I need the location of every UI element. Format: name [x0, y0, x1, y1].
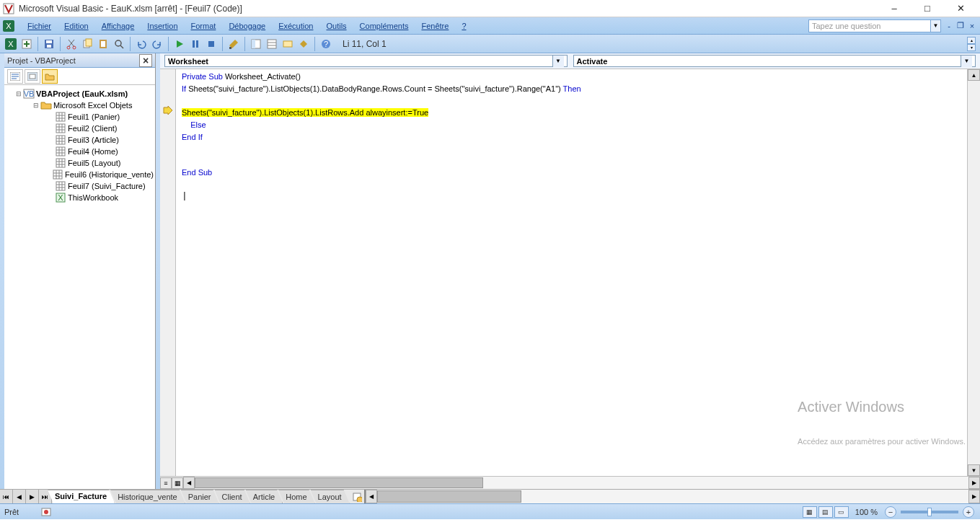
project-explorer-close[interactable]: ×: [139, 54, 152, 67]
menu-format[interactable]: Format: [185, 19, 222, 33]
scroll-left-icon[interactable]: ◀: [366, 490, 377, 503]
svg-rect-24: [229, 47, 231, 49]
svg-text:X: X: [58, 193, 63, 202]
svg-rect-22: [208, 41, 214, 47]
design-mode-icon[interactable]: [226, 36, 242, 52]
add-sheet-icon[interactable]: [350, 490, 364, 503]
sheet-tab-panier[interactable]: Panier: [181, 490, 219, 503]
menu-fichier[interactable]: Fichier: [22, 19, 57, 33]
redo-icon[interactable]: [149, 36, 165, 52]
copy-icon[interactable]: [79, 36, 95, 52]
sheet-icon: [55, 181, 66, 191]
run-icon[interactable]: [172, 36, 187, 52]
svg-point-82: [44, 510, 48, 514]
procedure-view-icon[interactable]: ≡: [160, 477, 172, 489]
close-button[interactable]: ✕: [944, 1, 977, 17]
zoom-in-button[interactable]: +: [963, 506, 974, 518]
code-text[interactable]: Private Sub Worksheet_Activate() If Shee…: [176, 69, 967, 476]
menu-complements[interactable]: Compléments: [354, 19, 415, 33]
ask-question-dropdown[interactable]: ▼: [931, 19, 941, 32]
find-icon[interactable]: [111, 36, 127, 52]
zoom-label[interactable]: 100 %: [855, 508, 878, 516]
tab-nav-first[interactable]: ⏮: [0, 490, 13, 503]
tree-item-feuil7[interactable]: Feuil7 (Suivi_Facture): [46, 180, 154, 192]
toggle-folders-icon[interactable]: [42, 69, 58, 84]
scroll-right-icon[interactable]: ▶: [968, 490, 980, 503]
tabs-hscroll-thumb[interactable]: [377, 490, 521, 503]
view-object-icon[interactable]: [25, 69, 40, 84]
procedure-dropdown[interactable]: Activate ▼: [573, 55, 976, 67]
scroll-left-icon[interactable]: ◀: [183, 477, 195, 489]
object-browser-icon[interactable]: [280, 36, 296, 52]
svg-rect-51: [56, 136, 65, 144]
menu-debogage[interactable]: Débogage: [223, 19, 271, 33]
menu-edition[interactable]: Edition: [58, 19, 94, 33]
maximize-button[interactable]: □: [911, 1, 944, 17]
tree-item-feuil3[interactable]: Feuil3 (Article): [46, 134, 154, 146]
tree-item-thisworkbook[interactable]: XThisWorkbook: [46, 192, 154, 203]
mdi-close-button[interactable]: ×: [967, 21, 977, 31]
menu-help[interactable]: ?: [456, 19, 472, 33]
project-explorer-icon[interactable]: [248, 36, 264, 52]
menu-outils[interactable]: Outils: [320, 19, 352, 33]
vertical-scrollbar[interactable]: ▲ ▼: [967, 69, 980, 476]
view-excel-icon[interactable]: X: [3, 36, 19, 52]
properties-icon[interactable]: [264, 36, 280, 52]
code-gutter[interactable]: [160, 69, 176, 476]
mdi-minimize-button[interactable]: -: [944, 21, 954, 31]
toolbar-overflow[interactable]: ▴▾: [967, 37, 976, 51]
menu-affichage[interactable]: Affichage: [96, 19, 141, 33]
status-macros-icon[interactable]: [40, 507, 52, 517]
full-module-view-icon[interactable]: ▦: [172, 477, 183, 489]
ask-question-box[interactable]: Tapez une question: [808, 19, 931, 32]
tab-nav-next[interactable]: ▶: [26, 490, 39, 503]
project-tree[interactable]: ⊟ VB VBAProject (EauK.xlsm) ⊟ Microsoft …: [4, 85, 155, 489]
scroll-down-icon[interactable]: ▼: [968, 464, 980, 476]
tree-item-feuil6[interactable]: Feuil6 (Historique_vente): [46, 169, 154, 180]
save-icon[interactable]: [41, 36, 57, 52]
svg-text:VB: VB: [24, 89, 35, 98]
code-panel: Worksheet ▼ Activate ▼ Private Sub Works…: [160, 53, 980, 489]
tree-folder[interactable]: ⊟ Microsoft Excel Objets: [32, 100, 154, 111]
project-explorer-toolbar: [4, 68, 155, 85]
undo-icon[interactable]: [133, 36, 149, 52]
sheet-tab-suivi-facture[interactable]: Suivi_Facture: [48, 490, 115, 503]
tree-item-feuil4[interactable]: Feuil4 (Home): [46, 146, 154, 157]
zoom-slider[interactable]: [901, 511, 958, 513]
hscroll-thumb[interactable]: [195, 477, 483, 488]
sheet-tab-historique-vente[interactable]: Historique_vente: [110, 490, 185, 503]
cut-icon[interactable]: [63, 36, 79, 52]
tab-nav-prev[interactable]: ◀: [13, 490, 26, 503]
sheet-tab-layout[interactable]: Layout: [311, 490, 350, 503]
code-editor[interactable]: Private Sub Worksheet_Activate() If Shee…: [160, 69, 980, 476]
zoom-out-button[interactable]: −: [885, 506, 896, 518]
menu-execution[interactable]: Exécution: [273, 19, 319, 33]
object-dropdown[interactable]: Worksheet ▼: [164, 55, 568, 67]
sheet-tab-home[interactable]: Home: [278, 490, 314, 503]
tree-item-feuil1[interactable]: Feuil1 (Panier): [46, 111, 154, 123]
sheet-tab-article[interactable]: Article: [246, 490, 283, 503]
scroll-up-icon[interactable]: ▲: [968, 69, 980, 81]
view-page-layout-icon[interactable]: ▤: [818, 506, 833, 518]
insert-item-icon[interactable]: [19, 36, 35, 52]
mdi-restore-button[interactable]: ❐: [955, 21, 966, 31]
view-normal-icon[interactable]: ▦: [803, 506, 817, 518]
horizontal-scrollbar[interactable]: ◀ ▶: [183, 477, 980, 489]
view-page-break-icon[interactable]: ▭: [834, 506, 849, 518]
tree-item-feuil2[interactable]: Feuil2 (Client): [46, 123, 154, 134]
view-code-icon[interactable]: [7, 69, 23, 84]
sheet-tab-client[interactable]: Client: [215, 490, 250, 503]
tree-root[interactable]: ⊟ VB VBAProject (EauK.xlsm): [14, 88, 154, 100]
toolbox-icon[interactable]: [296, 36, 312, 52]
reset-icon[interactable]: [203, 36, 219, 52]
paste-icon[interactable]: [95, 36, 111, 52]
menu-fenetre[interactable]: Fenêtre: [415, 19, 454, 33]
help-icon[interactable]: ?: [318, 36, 334, 52]
break-icon[interactable]: [187, 36, 203, 52]
menu-insertion[interactable]: Insertion: [141, 19, 183, 33]
minimize-button[interactable]: –: [878, 1, 911, 17]
code-bottom-bar: ≡ ▦ ◀ ▶: [160, 476, 980, 489]
tabs-horizontal-scrollbar[interactable]: ◀ ▶: [364, 490, 980, 503]
scroll-right-icon[interactable]: ▶: [968, 477, 980, 489]
tree-item-feuil5[interactable]: Feuil5 (Layout): [46, 157, 154, 169]
